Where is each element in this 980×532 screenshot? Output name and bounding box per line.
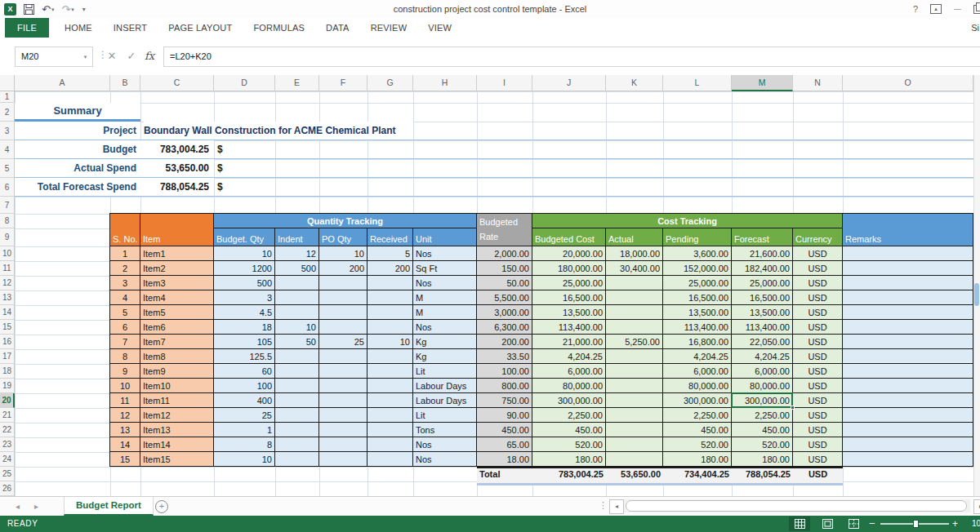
table-cell[interactable]: Labour Days xyxy=(413,379,477,393)
table-cell[interactable] xyxy=(606,437,663,452)
header-forecast[interactable]: Forecast xyxy=(732,228,793,246)
table-cell[interactable]: 5 xyxy=(110,305,140,320)
table-cell[interactable]: Item12 xyxy=(140,408,214,423)
table-cell[interactable] xyxy=(319,379,368,393)
table-cell[interactable]: 4,204.25 xyxy=(732,349,793,364)
table-cell[interactable] xyxy=(275,452,319,467)
table-cell[interactable]: Item9 xyxy=(140,364,214,379)
table-cell[interactable]: 4 xyxy=(110,290,140,305)
table-cell[interactable] xyxy=(606,393,663,408)
table-cell[interactable]: Lit xyxy=(413,364,477,379)
row-header-24[interactable]: 24 xyxy=(0,452,15,467)
table-cell[interactable]: 16,500.00 xyxy=(663,290,732,305)
table-cell[interactable]: 500 xyxy=(275,261,319,276)
table-cell[interactable]: 16,500.00 xyxy=(532,290,606,305)
table-cell[interactable]: 13,500.00 xyxy=(663,305,732,320)
row-header-18[interactable]: 18 xyxy=(0,364,15,379)
header-quantity-tracking[interactable]: Quantity Tracking xyxy=(214,214,477,228)
table-cell-remarks[interactable] xyxy=(843,393,973,408)
table-cell[interactable]: 18 xyxy=(214,320,275,335)
table-cell[interactable]: Kg xyxy=(413,335,477,349)
table-cell[interactable] xyxy=(319,364,368,379)
fill-handle[interactable] xyxy=(791,406,795,410)
table-cell[interactable]: 18,000.00 xyxy=(606,246,663,261)
table-cell[interactable] xyxy=(368,437,413,452)
table-cell[interactable]: 15 xyxy=(110,452,140,467)
table-cell[interactable] xyxy=(368,379,413,393)
sheet-tab-budget-report[interactable]: Budget Report xyxy=(64,497,154,516)
table-cell[interactable]: 1 xyxy=(214,423,275,437)
table-cell-remarks[interactable] xyxy=(843,437,973,452)
row-header-4[interactable]: 4 xyxy=(0,140,15,159)
table-cell[interactable]: 6,300.00 xyxy=(477,320,532,335)
table-cell[interactable]: 25 xyxy=(214,408,275,423)
table-cell[interactable] xyxy=(606,349,663,364)
column-header-H[interactable]: H xyxy=(413,75,477,91)
header-budget-qty[interactable]: Budget. Qty xyxy=(214,228,275,246)
table-cell[interactable]: 10 xyxy=(110,379,140,393)
help-button[interactable]: ? xyxy=(913,5,918,14)
cancel-icon[interactable]: ✕ xyxy=(103,47,121,65)
table-cell[interactable] xyxy=(275,290,319,305)
table-cell[interactable]: 4,204.25 xyxy=(532,349,606,364)
table-cell[interactable]: 152,000.00 xyxy=(663,261,732,276)
table-cell[interactable]: 30,400.00 xyxy=(606,261,663,276)
zoom-in-button[interactable]: + xyxy=(952,516,958,532)
table-cell[interactable]: 10 xyxy=(214,246,275,261)
column-header-K[interactable]: K xyxy=(606,75,663,91)
table-cell[interactable]: 11 xyxy=(110,393,140,408)
table-cell[interactable]: 8 xyxy=(110,349,140,364)
tab-review[interactable]: REVIEW xyxy=(360,18,418,38)
table-cell[interactable]: 90.00 xyxy=(477,408,532,423)
enter-icon[interactable]: ✓ xyxy=(122,47,140,65)
page-break-view-button[interactable] xyxy=(843,516,864,531)
column-header-D[interactable]: D xyxy=(214,75,275,91)
row-header-3[interactable]: 3 xyxy=(0,122,15,140)
table-cell[interactable]: Lit xyxy=(413,408,477,423)
table-cell[interactable]: 4.5 xyxy=(214,305,275,320)
table-cell[interactable] xyxy=(368,423,413,437)
summary-value[interactable]: 788,054.25 xyxy=(140,178,214,197)
table-cell[interactable]: 10 xyxy=(319,246,368,261)
table-cell-remarks[interactable] xyxy=(843,335,973,349)
formula-input[interactable]: =L20+K20 xyxy=(163,47,980,67)
table-cell[interactable]: 520.00 xyxy=(732,437,793,452)
header-budgeted-rate[interactable]: Budgeted Rate xyxy=(477,214,532,246)
table-cell[interactable] xyxy=(319,452,368,467)
row-header-7[interactable]: 7 xyxy=(0,197,15,214)
select-all-corner[interactable] xyxy=(0,75,15,91)
table-cell[interactable]: Tons xyxy=(413,423,477,437)
sheet-nav-right-icon[interactable]: ▸ xyxy=(34,497,38,516)
row-header-15[interactable]: 15 xyxy=(0,320,15,335)
header-actual[interactable]: Actual xyxy=(606,228,663,246)
column-header-J[interactable]: J xyxy=(532,75,606,91)
table-cell[interactable]: 200 xyxy=(319,261,368,276)
table-cell[interactable]: USD xyxy=(793,276,843,290)
table-cell[interactable]: 500 xyxy=(214,276,275,290)
table-cell[interactable] xyxy=(368,364,413,379)
header-currency[interactable]: Currency xyxy=(793,228,843,246)
table-cell[interactable]: 3 xyxy=(110,276,140,290)
table-cell[interactable]: 10 xyxy=(275,320,319,335)
table-cell-remarks[interactable] xyxy=(843,261,973,276)
table-cell[interactable]: 21,600.00 xyxy=(732,246,793,261)
table-cell[interactable]: USD xyxy=(793,393,843,408)
column-header-C[interactable]: C xyxy=(140,75,214,91)
row-header-20[interactable]: 20 xyxy=(0,393,15,408)
table-cell[interactable]: USD xyxy=(793,452,843,467)
table-cell-remarks[interactable] xyxy=(843,364,973,379)
table-cell[interactable]: 182,400.00 xyxy=(732,261,793,276)
table-cell[interactable]: 22,050.00 xyxy=(732,335,793,349)
row-header-1[interactable]: 1 xyxy=(0,91,15,103)
table-cell[interactable]: 16,800.00 xyxy=(663,335,732,349)
new-sheet-button[interactable]: + xyxy=(155,500,168,513)
table-cell[interactable]: Item3 xyxy=(140,276,214,290)
row-header-8[interactable]: 8 xyxy=(0,214,15,228)
table-cell[interactable] xyxy=(368,290,413,305)
row-header-5[interactable]: 5 xyxy=(0,159,15,178)
vertical-scrollbar-thumb[interactable] xyxy=(974,283,979,306)
header-remarks[interactable]: Remarks xyxy=(843,214,973,246)
table-cell[interactable]: Item14 xyxy=(140,437,214,452)
table-cell[interactable]: 180,000.00 xyxy=(532,261,606,276)
table-cell[interactable]: 5,500.00 xyxy=(477,290,532,305)
